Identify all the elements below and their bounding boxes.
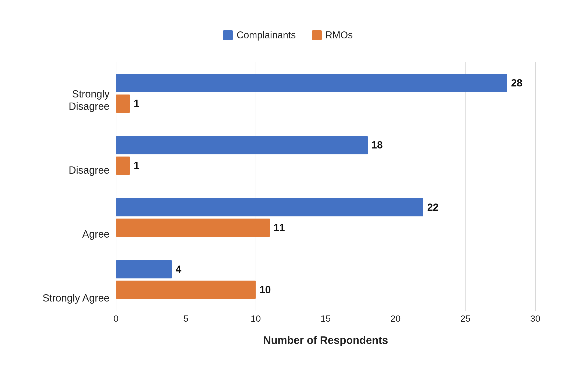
- legend-label-rmos: RMOs: [325, 30, 353, 41]
- x-tick-25: 25: [460, 313, 471, 324]
- grid-line-30: [535, 62, 536, 311]
- chart-body: StronglyDisagree Disagree Agree Strongly…: [41, 62, 535, 346]
- bar-row-sd-complainants: 28: [116, 74, 535, 92]
- y-axis-labels: StronglyDisagree Disagree Agree Strongly…: [41, 62, 116, 346]
- bar-label-d-rmos: 1: [134, 160, 139, 171]
- legend: Complainants RMOs: [41, 30, 535, 41]
- bar-row-d-rmos: 1: [116, 157, 535, 175]
- legend-item-complainants: Complainants: [223, 30, 296, 41]
- bar-row-a-rmos: 11: [116, 219, 535, 237]
- chart-container: Complainants RMOs StronglyDisagree Disag…: [19, 13, 557, 379]
- bar-row-a-complainants: 22: [116, 198, 535, 216]
- bar-d-complainants: [116, 136, 368, 154]
- complainants-swatch: [223, 30, 233, 40]
- bar-group-agree: 22 11: [116, 198, 535, 237]
- x-axis-label: Number of Respondents: [116, 334, 535, 346]
- bar-row-sa-complainants: 4: [116, 260, 535, 278]
- rmos-swatch: [312, 30, 322, 40]
- bar-sd-complainants: [116, 74, 507, 92]
- bar-group-strongly-disagree: 28 1: [116, 74, 535, 113]
- x-axis: 0 5 10 15 20 25 30: [116, 311, 535, 332]
- bar-label-a-complainants: 22: [427, 202, 438, 213]
- x-tick-0: 0: [113, 313, 119, 324]
- x-tick-15: 15: [321, 313, 331, 324]
- bar-label-a-rmos: 11: [274, 222, 285, 234]
- y-label-strongly-agree: Strongly Agree: [41, 292, 116, 304]
- bar-a-rmos: [116, 219, 270, 237]
- x-tick-5: 5: [183, 313, 188, 324]
- bar-label-sa-complainants: 4: [176, 264, 181, 275]
- x-tick-30: 30: [530, 313, 541, 324]
- bar-row-sd-rmos: 1: [116, 95, 535, 113]
- bar-d-rmos: [116, 157, 130, 175]
- y-label-disagree: Disagree: [41, 164, 116, 177]
- bar-row-d-complainants: 18: [116, 136, 535, 154]
- bar-a-complainants: [116, 198, 424, 216]
- bar-sa-complainants: [116, 260, 172, 278]
- y-label-agree: Agree: [41, 228, 116, 241]
- legend-item-rmos: RMOs: [312, 30, 353, 41]
- y-label-strongly-disagree: StronglyDisagree: [41, 88, 116, 112]
- x-tick-20: 20: [391, 313, 401, 324]
- bar-label-d-complainants: 18: [371, 139, 383, 151]
- bar-label-sa-rmos: 10: [259, 284, 271, 296]
- bar-label-sd-complainants: 28: [511, 77, 522, 89]
- plot-area: 28 1 18: [116, 62, 535, 346]
- bar-group-disagree: 18 1: [116, 136, 535, 175]
- bar-label-sd-rmos: 1: [134, 98, 139, 109]
- grid-and-bars: 28 1 18: [116, 62, 535, 311]
- bar-group-strongly-agree: 4 10: [116, 260, 535, 299]
- legend-label-complainants: Complainants: [237, 30, 296, 41]
- bar-sd-rmos: [116, 95, 130, 113]
- bar-sa-rmos: [116, 281, 256, 299]
- bar-groups: 28 1 18: [116, 62, 535, 311]
- bar-row-sa-rmos: 10: [116, 281, 535, 299]
- x-tick-10: 10: [251, 313, 261, 324]
